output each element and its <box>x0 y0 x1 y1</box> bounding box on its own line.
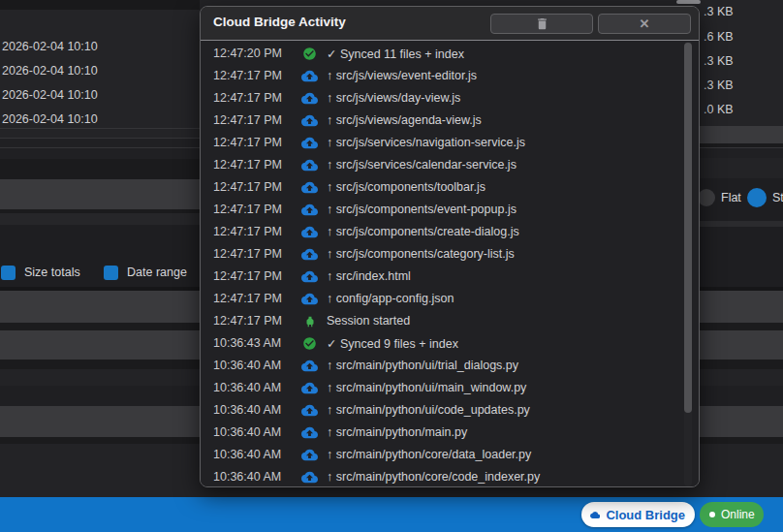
log-message: ↑ src/main/python/core/data_loader.py <box>327 448 531 461</box>
online-dot-icon <box>709 512 715 517</box>
background-stripe <box>0 148 200 159</box>
log-timestamp: 10:36:43 AM <box>213 336 300 350</box>
structured-radio-button[interactable] <box>747 188 767 207</box>
log-timestamp: 12:47:17 PM <box>213 158 300 172</box>
log-message: ↑ src/js/views/day-view.js <box>327 91 460 105</box>
cloud-bridge-label: Cloud Bridge <box>606 508 685 522</box>
upload-icon <box>301 112 318 129</box>
background-stripe <box>0 0 200 10</box>
upload-icon <box>301 424 318 441</box>
log-message: ↑ src/index.html <box>327 269 411 283</box>
radio-label: St <box>772 189 783 206</box>
cloud-icon <box>590 508 600 522</box>
log-timestamp: 12:47:17 PM <box>213 269 300 283</box>
log-timestamp: 10:36:40 AM <box>213 403 300 417</box>
online-label: Online <box>721 508 755 521</box>
log-row: 12:47:17 PM↑ src/js/components/create-di… <box>201 221 699 243</box>
upload-icon <box>301 246 318 263</box>
file-date-cell: 2026-02-04 10:10 <box>2 86 98 104</box>
clear-log-button[interactable] <box>490 14 593 34</box>
log-timestamp: 12:47:17 PM <box>213 136 300 149</box>
log-message: ↑ src/js/components/toolbar.js <box>327 180 485 194</box>
upload-icon <box>301 68 318 84</box>
log-row: 12:47:20 PM✓ Synced 11 files + index <box>201 43 699 65</box>
log-message: ↑ src/main/python/main.py <box>327 425 467 439</box>
upload-icon <box>301 90 318 107</box>
log-row: 10:36:40 AM↑ src/main/python/core/code_i… <box>201 466 699 487</box>
file-date-cell: 2026-02-04 10:10 <box>2 110 98 128</box>
close-dialog-button[interactable]: ✕ <box>598 14 691 34</box>
flat-radio-button[interactable] <box>698 189 715 206</box>
log-message: ↑ src/main/python/ui/main_window.py <box>327 381 526 394</box>
upload-icon <box>301 291 318 307</box>
log-message: ↑ src/main/python/ui/code_updates.py <box>327 403 530 417</box>
upload-icon <box>301 447 318 463</box>
log-timestamp: 10:36:40 AM <box>213 359 300 372</box>
online-status-badge[interactable]: Online <box>700 502 764 527</box>
success-icon <box>301 46 318 62</box>
checkbox-label: Date range <box>127 266 187 279</box>
log-row: 10:36:40 AM↑ src/main/python/core/data_l… <box>201 444 699 466</box>
dialog-title: Cloud Bridge Activity <box>213 15 346 29</box>
file-size-cell: .3 KB <box>704 77 734 94</box>
log-timestamp: 12:47:17 PM <box>213 203 300 216</box>
log-message: ↑ config/app-config.json <box>327 292 454 305</box>
window-scrollbar-fragment[interactable] <box>676 0 701 4</box>
background-panel-band <box>0 179 200 209</box>
file-size-cell: .6 KB <box>704 28 734 46</box>
plug-icon <box>301 313 318 329</box>
file-date-cell: 2026-02-04 10:10 <box>2 62 98 79</box>
log-row: 12:47:17 PM↑ src/js/services/navigation-… <box>201 132 699 154</box>
background-stripe <box>700 158 783 178</box>
log-message: ✓ Synced 9 files + index <box>327 336 458 351</box>
trash-icon <box>535 16 549 31</box>
log-row: 12:47:17 PMSession started <box>201 310 699 332</box>
log-timestamp: 10:36:40 AM <box>213 470 300 484</box>
log-message: ↑ src/js/views/event-editor.js <box>327 69 477 82</box>
upload-icon <box>301 179 318 196</box>
log-message: ↑ src/main/python/core/code_indexer.py <box>327 470 540 484</box>
log-timestamp: 10:36:40 AM <box>213 425 300 439</box>
file-size-cell: .0 KB <box>704 101 734 118</box>
cloud-bridge-activity-dialog: Cloud Bridge Activity ✕ 12:47:20 PM✓ Syn… <box>200 6 700 487</box>
log-timestamp: 12:47:17 PM <box>213 180 300 194</box>
log-message: ↑ src/js/components/event-popup.js <box>327 203 517 216</box>
file-date-cell: 2026-02-04 10:10 <box>2 38 98 55</box>
log-timestamp: 12:47:17 PM <box>213 292 300 305</box>
upload-icon <box>301 402 318 419</box>
log-timestamp: 10:36:40 AM <box>213 448 300 461</box>
checkbox-checked-icon <box>1 266 16 280</box>
background-stripe <box>0 129 200 138</box>
log-message: ↑ src/main/python/ui/trial_dialogs.py <box>327 359 518 372</box>
log-message: Session started <box>327 314 410 328</box>
log-row: 10:36:40 AM↑ src/main/python/ui/trial_di… <box>201 355 699 377</box>
log-message: ↑ src/js/views/agenda-view.js <box>327 113 482 127</box>
background-stripe <box>0 213 200 225</box>
log-row: 12:47:17 PM↑ src/js/services/calendar-se… <box>201 154 699 176</box>
checkbox-checked-icon <box>104 266 118 280</box>
status-bar: Cloud Bridge Online <box>0 497 783 532</box>
log-row: 10:36:40 AM↑ src/main/python/ui/code_upd… <box>201 399 699 422</box>
upload-icon <box>301 202 318 218</box>
log-row: 10:36:43 AM✓ Synced 9 files + index <box>201 332 699 355</box>
upload-icon <box>301 358 318 374</box>
log-row: 12:47:17 PM↑ src/index.html <box>201 266 699 288</box>
date-range-checkbox[interactable]: Date range <box>104 264 187 281</box>
cloud-bridge-button[interactable]: Cloud Bridge <box>581 502 695 527</box>
log-row: 12:47:17 PM↑ src/js/components/toolbar.j… <box>201 176 699 199</box>
log-timestamp: 12:47:17 PM <box>213 69 300 82</box>
background-panel-band <box>700 126 783 143</box>
background-stripe <box>0 159 200 179</box>
background-stripe <box>700 148 783 158</box>
log-message: ↑ src/js/services/navigation-service.js <box>327 136 525 149</box>
dialog-scrollbar-track[interactable] <box>684 42 692 486</box>
radio-label: Flat <box>721 189 741 206</box>
log-message: ↑ src/js/components/category-list.js <box>327 247 515 261</box>
log-message: ↑ src/js/components/create-dialog.js <box>327 225 519 238</box>
activity-log-list: 12:47:20 PM✓ Synced 11 files + index12:4… <box>201 41 699 487</box>
log-message: ✓ Synced 11 files + index <box>327 47 464 61</box>
dialog-scrollbar-thumb[interactable] <box>684 43 692 413</box>
upload-icon <box>301 224 318 240</box>
size-totals-checkbox[interactable]: Size totals <box>1 264 80 281</box>
log-row: 12:47:17 PM↑ src/js/components/category-… <box>201 243 699 266</box>
